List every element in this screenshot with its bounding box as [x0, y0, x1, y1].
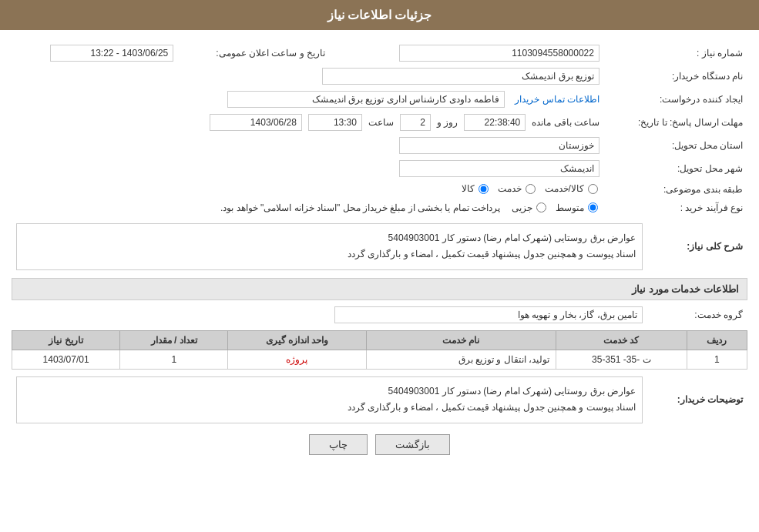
- col-header-qty: تعداد / مقدار: [120, 330, 228, 350]
- radio-mottaset-input[interactable]: [588, 202, 598, 212]
- radio-jozi-input[interactable]: [536, 202, 546, 212]
- back-button[interactable]: بازگشت: [375, 434, 450, 455]
- creator-label: ایجاد کننده درخواست:: [604, 88, 747, 111]
- response-deadline-label: مهلت ارسال پاسخ: تا تاریخ:: [604, 111, 747, 134]
- radio-kala-input[interactable]: [479, 184, 489, 194]
- print-button[interactable]: چاپ: [309, 434, 368, 455]
- buyer-notes-line1: عوارض برق روستایی (شهرک امام رضا) دستور …: [23, 383, 636, 400]
- city-value: اندیمشک: [12, 157, 604, 180]
- service-section-header: اطلاعات خدمات مورد نیاز: [12, 278, 747, 300]
- radio-mottaset-label: متوسط: [556, 202, 584, 213]
- creator-display: فاطمه داودی کارشناس اداری توزیع برق اندی…: [227, 91, 505, 108]
- table-row: 1 ت -35- 351-35 تولید، انتقال و توزیع بر…: [12, 350, 747, 369]
- description-line1: عوارض برق روستایی (شهرک امام رضا) دستور …: [23, 230, 636, 247]
- province-display: خوزستان: [399, 137, 599, 154]
- main-content: شماره نیاز : 1103094558000022 تاریخ و سا…: [0, 38, 759, 467]
- cell-unit: پروژه: [228, 350, 366, 369]
- pub-date-display: 1403/06/25 - 13:22: [50, 45, 173, 62]
- need-number-display: 1103094558000022: [399, 45, 599, 62]
- category-label: طبقه بندی موضوعی:: [604, 180, 747, 199]
- cell-name: تولید، انتقال و توزیع برق: [366, 350, 556, 369]
- creator-contact-link[interactable]: اطلاعات تماس خریدار: [515, 94, 599, 105]
- radio-jozi[interactable]: جزیی: [512, 202, 548, 213]
- pub-date-value: 1403/06/25 - 13:22: [12, 42, 178, 65]
- pub-date-label: تاریخ و ساعت اعلان عمومی:: [178, 42, 341, 65]
- need-number-value: 1103094558000022: [341, 42, 604, 65]
- remain-label: ساعت باقی مانده: [532, 117, 599, 128]
- page-header: جزئیات اطلاعات نیاز: [0, 0, 759, 30]
- description-table: شرح کلی نیاز: عوارض برق روستایی (شهرک ام…: [12, 220, 747, 273]
- description-line2: اسناد پیوست و همچنین جدول پیشنهاد قیمت ت…: [23, 246, 636, 263]
- page-container: جزئیات اطلاعات نیاز شماره نیاز : 1103094…: [0, 0, 759, 532]
- radio-jozi-label: جزیی: [512, 202, 532, 213]
- radio-khedmat-label: خدمت: [498, 183, 522, 194]
- info-table: شماره نیاز : 1103094558000022 تاریخ و سا…: [12, 42, 747, 216]
- service-section-title: اطلاعات خدمات مورد نیاز: [632, 283, 739, 295]
- purchase-type-label: نوع فرآیند خرید :: [604, 199, 747, 216]
- button-group: بازگشت چاپ: [12, 434, 747, 455]
- group-value: تامین برق، گاز، بخار و تهویه هوا: [12, 303, 647, 326]
- buyer-notes-line2: اسناد پیوست و همچنین جدول پیشنهاد قیمت ت…: [23, 400, 636, 417]
- radio-kala-khedmat-input[interactable]: [588, 184, 598, 194]
- purchase-type-options: متوسط جزیی پرداخت تمام یا بخشی از مبلغ خ…: [12, 199, 604, 216]
- buyer-notes-label: توضیحات خریدار:: [647, 373, 747, 427]
- buyer-notes-content: عوارض برق روستایی (شهرک امام رضا) دستور …: [12, 373, 647, 427]
- buyer-name-value: توزیع برق اندیمشک: [12, 65, 604, 88]
- response-deadline-row: ساعت باقی مانده 22:38:40 روز و 2 ساعت 13…: [12, 111, 604, 134]
- cell-code: ت -35- 351-35: [556, 350, 687, 369]
- date-value: 1403/06/28: [210, 114, 302, 131]
- col-header-row: ردیف: [687, 330, 747, 350]
- service-data-table: ردیف کد خدمت نام خدمت واحد اندازه گیری ت…: [12, 330, 747, 370]
- group-label: گروه خدمت:: [647, 303, 747, 326]
- need-number-label: شماره نیاز :: [604, 42, 747, 65]
- creator-value: اطلاعات تماس خریدار فاطمه داودی کارشناس …: [12, 88, 604, 111]
- radio-khedmat[interactable]: خدمت: [498, 183, 537, 194]
- radio-mottaset[interactable]: متوسط: [556, 202, 599, 213]
- radio-khedmat-input[interactable]: [526, 184, 536, 194]
- buyer-notes-table: توضیحات خریدار: عوارض برق روستایی (شهرک …: [12, 373, 747, 427]
- category-options: کالا/خدمت خدمت کالا: [12, 180, 604, 199]
- description-box: عوارض برق روستایی (شهرک امام رضا) دستور …: [16, 223, 643, 270]
- description-section-title: شرح کلی نیاز:: [647, 220, 747, 273]
- group-display: تامین برق، گاز، بخار و تهویه هوا: [334, 306, 643, 323]
- days-value: 2: [400, 114, 431, 131]
- province-value: خوزستان: [12, 134, 604, 157]
- col-header-name: نام خدمت: [366, 330, 556, 350]
- radio-kala-khedmat-label: کالا/خدمت: [545, 183, 584, 194]
- radio-kala-khedmat[interactable]: کالا/خدمت: [545, 183, 599, 194]
- cell-date: 1403/07/01: [12, 350, 120, 369]
- buyer-name-display: توزیع برق اندیمشک: [322, 68, 599, 85]
- col-header-unit: واحد اندازه گیری: [228, 330, 366, 350]
- radio-kala-label: کالا: [462, 183, 475, 194]
- city-display: اندیمشک: [399, 160, 599, 177]
- description-content: عوارض برق روستایی (شهرک امام رضا) دستور …: [12, 220, 647, 273]
- city-label: شهر محل تحویل:: [604, 157, 747, 180]
- header-title: جزئیات اطلاعات نیاز: [327, 8, 432, 22]
- purchase-note: پرداخت تمام یا بخشی از مبلغ خریداز محل "…: [220, 202, 500, 213]
- service-group-table: گروه خدمت: تامین برق، گاز، بخار و تهویه …: [12, 303, 747, 326]
- radio-kala[interactable]: کالا: [462, 183, 490, 194]
- cell-row: 1: [687, 350, 747, 369]
- day-label: روز و: [437, 117, 458, 128]
- cell-qty: 1: [120, 350, 228, 369]
- buyer-notes-box: عوارض برق روستایی (شهرک امام رضا) دستور …: [16, 376, 643, 423]
- col-header-code: کد خدمت: [556, 330, 687, 350]
- province-label: استان محل تحویل:: [604, 134, 747, 157]
- col-header-date: تاریخ نیاز: [12, 330, 120, 350]
- remain-value: 22:38:40: [464, 114, 526, 131]
- time-value: 13:30: [308, 114, 362, 131]
- buyer-name-label: نام دستگاه خریدار:: [604, 65, 747, 88]
- time-label: ساعت: [368, 117, 394, 128]
